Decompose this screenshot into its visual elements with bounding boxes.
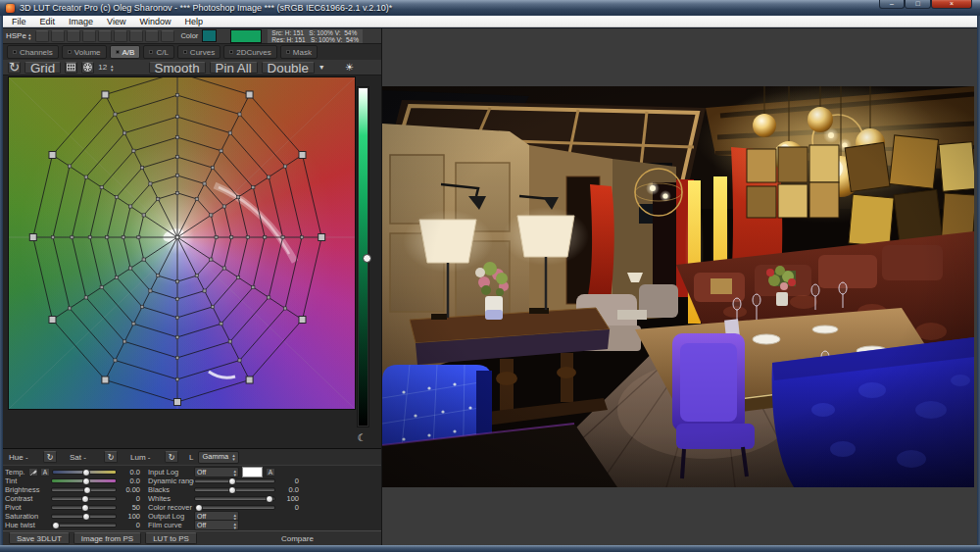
pin-all-button[interactable]: Pin All [210,62,258,74]
luminance-slider-handle[interactable] [363,254,371,263]
expand-icon[interactable] [51,30,65,42]
menu-image[interactable]: Image [69,17,93,26]
contrast-row: Contrast 0 [5,494,140,503]
tab-bullet [149,50,153,54]
contrast-slider[interactable] [51,496,117,501]
slider-panel: Temp. A 0.0 Tint 0.0 Brightness 0.00 Con… [3,465,381,531]
temp-knob[interactable] [82,469,90,477]
image-preview[interactable] [382,86,974,487]
footer-bar: Save 3DLUT Image from PS LUT to PS Compa… [3,530,381,545]
adjust-row: Hue - ↻ Sat - ↻ Lum - ↻ L Gamma ▴▾ [3,448,381,465]
l-label: L [189,453,193,462]
lut-to-ps-button[interactable]: LUT to PS [145,532,197,544]
window-title: 3D LUT Creator Pro (c) Oleg Sharonov - *… [20,3,392,13]
tab-bullet [68,50,72,54]
menubar: File Edit Image View Window Help [3,16,977,27]
chevron-down-icon[interactable]: ▼ [318,64,325,71]
tab-2dcurves[interactable]: 2DCurves [223,45,277,59]
crop-icon[interactable] [129,30,143,42]
tab-bullet [116,50,120,54]
pivot-slider[interactable] [51,505,117,510]
image-from-ps-button[interactable]: Image from PS [74,532,141,544]
tab-channels[interactable]: Channels [7,45,59,59]
smooth-button[interactable]: Smooth [149,62,206,74]
hue-reset-icon[interactable]: ↻ [43,451,57,463]
minimize-button[interactable]: – [879,0,905,9]
colorspace-stepper[interactable]: ▴▾ [28,32,31,40]
saturation-row: Saturation 100 [5,512,140,521]
brightness-slider[interactable] [51,487,117,492]
menu-edit[interactable]: Edit [40,17,56,26]
sat-reset-icon[interactable]: ↻ [104,451,118,463]
color-readout: Src: H: 151 S: 100% V: 54%Res: H: 151 S:… [268,29,363,43]
film-curve-select[interactable]: Off▴▾ [194,520,239,530]
window-border-bottom [0,545,980,552]
wheel-highlight-streak [215,185,295,262]
web-icon[interactable] [81,62,94,74]
input-log-row: Input Log Off▴▾ A [148,468,299,477]
picked-color-swatch[interactable] [230,29,262,43]
dynamic-range-slider[interactable] [194,478,275,483]
wheel-glint [209,372,235,377]
tint-row: Tint 0.0 [5,477,140,485]
color-wheel-mesh [9,77,355,409]
saturation-slider[interactable] [51,514,117,519]
menu-file[interactable]: File [12,17,26,26]
menu-window[interactable]: Window [139,17,171,26]
whites-slider[interactable] [194,496,275,501]
double-button[interactable]: Double [262,62,315,74]
tab-bullet [13,50,17,54]
save-3dlut-button[interactable]: Save 3DLUT [9,532,70,544]
lum-reset-icon[interactable]: ↻ [165,451,178,463]
grid-divisions-stepper[interactable]: ▴▾ [111,64,114,72]
tab-ab[interactable]: A/B [110,45,141,59]
hue-twist-slider[interactable] [51,523,117,527]
temp-slider[interactable] [52,470,117,475]
move-icon[interactable] [35,30,49,42]
gamma-select[interactable]: Gamma ▴▾ [198,451,238,464]
grid-controls: ↻ Grid 12 ▴▾ Smooth Pin All Double ▼ ☀ [3,60,381,75]
maximize-button[interactable]: □ [905,0,931,9]
compare-button[interactable]: Compare [275,533,319,544]
tab-bullet [229,50,233,54]
toolbar: HSPe ▴▾ Color Src: H: 151 S: 100% V: 54%… [3,28,381,44]
colorspace-select[interactable]: HSPe ▴▾ [6,31,30,40]
titlebar[interactable]: 3D LUT Creator Pro (c) Oleg Sharonov - *… [0,0,980,16]
res-readout: Res: H: 151 S: 100% V: 54% [271,36,359,43]
brightness-row: Brightness 0.00 [5,485,140,494]
sun-icon[interactable]: ☀ [339,61,360,74]
reset-grid-icon[interactable]: ↻ [8,62,21,74]
zoom-icon[interactable] [114,30,127,42]
moon-icon[interactable]: ☾ [354,432,369,446]
tab-mask[interactable]: Mask [280,45,318,59]
color-recover-slider[interactable] [194,505,275,510]
temp-auto-button[interactable]: A [40,468,50,477]
grid-toggle-button[interactable]: Grid [24,62,61,74]
hue-label: Hue - [9,453,38,462]
color-wheel-canvas[interactable] [8,76,356,410]
tint-slider[interactable] [51,478,117,483]
close-button[interactable]: × [931,0,972,9]
menu-help[interactable]: Help [184,17,203,26]
tab-cl[interactable]: C/L [143,45,173,59]
sat-label: Sat - [70,453,99,462]
tab-bar: Channels Volume A/B C/L Curves 2DCurves … [3,44,381,60]
mesh-icon[interactable] [65,62,77,74]
temp-eyedropper-icon[interactable] [28,468,38,477]
lum-label: Lum - [130,453,160,462]
eyedropper-icon[interactable] [98,30,112,42]
grid-icon[interactable] [145,30,159,42]
color-label: Color [180,31,198,40]
temp-row: Temp. A 0.0 [5,468,140,477]
menu-view[interactable]: View [107,17,125,26]
tab-curves[interactable]: Curves [177,45,220,59]
dynamic-range-row: Dynamic range 0 [148,477,299,485]
tab-volume[interactable]: Volume [62,45,107,59]
marquee-icon[interactable] [82,30,96,42]
histogram-icon[interactable] [161,30,174,42]
input-log-auto-button[interactable]: A [266,468,275,477]
hue-twist-row: Hue twist 0 [5,521,140,529]
contract-icon[interactable] [67,30,80,42]
current-color-swatch[interactable] [202,29,217,42]
blacks-slider[interactable] [194,487,275,492]
